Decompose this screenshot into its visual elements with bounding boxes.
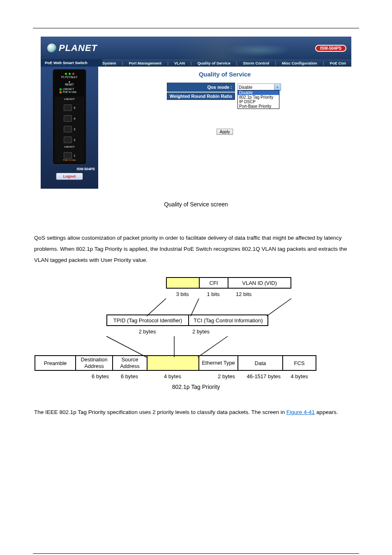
diagram-caption: 802.1p Tag Priority [35, 384, 357, 390]
menu-qos[interactable]: Quality of Service [197, 61, 230, 65]
device-panel: P1 P2 FAULT ●RESET LNK/ACT PoE In-Use LN… [53, 69, 86, 164]
size-sa: 6 bytes [112, 371, 147, 379]
size-12bits: 12 bits [228, 289, 291, 297]
figure-link[interactable]: Figure 4-41 [286, 409, 315, 415]
paragraph-1: QoS settings allow customization of pack… [34, 232, 358, 266]
reset-label: RESET [65, 83, 74, 86]
svg-line-0 [147, 298, 166, 316]
label-qos-mode: Qos mode : [167, 83, 235, 92]
tpid-box: TPID (Tag Protocol Identifier) [106, 314, 188, 326]
chevron-down-icon[interactable]: ▾ [274, 84, 281, 90]
frame-tag [147, 355, 198, 371]
svg-line-4 [198, 336, 228, 357]
menu-bar: PoE Web Smart Switch System| Port Manage… [41, 59, 351, 67]
tci-box: TCI (Tag Control Information) [188, 314, 268, 326]
option-portbase[interactable]: Port-Base Priority [238, 104, 279, 109]
menu-misc-config[interactable]: Misc Configuration [282, 61, 317, 65]
tci-cfi: CFI [199, 277, 228, 289]
size-tag: 4 bytes [147, 371, 198, 379]
size-tpid: 2 bytes [106, 326, 188, 335]
size-da: 6 bytes [75, 371, 112, 379]
svg-line-3 [106, 336, 147, 357]
menu-system[interactable]: System [102, 61, 116, 65]
size-fcs: 4 bytes [282, 371, 316, 379]
option-8021p[interactable]: 802.1p Tag Priority [238, 95, 279, 99]
frame-preamble: Preamble [35, 355, 75, 371]
tci-blank [166, 277, 199, 289]
lnkact-label: LNK/ACT [64, 98, 74, 100]
label-wrr: Weighted Round Robin Ratio [167, 92, 235, 100]
para2-text-a: The IEEE 802.1p Tag Priority specificati… [34, 409, 286, 415]
frame-da: Destination Address [75, 355, 112, 371]
brand-name: PLANET [59, 43, 97, 53]
paragraph-2: The IEEE 802.1p Tag Priority specificati… [34, 407, 358, 418]
figure-caption-1: Quality of Service screen [0, 201, 392, 208]
page-title: Quality of Service [102, 71, 347, 78]
sidebar: P1 P2 FAULT ●RESET LNK/ACT PoE In-Use LN… [41, 67, 98, 189]
menu-vlan[interactable]: VLAN [174, 61, 185, 65]
tag-diagram: CFI VLAN ID (VID) 3 bits 1 bits 12 bits … [35, 277, 357, 390]
svg-line-2 [191, 298, 199, 316]
tci-vid: VLAN ID (VID) [228, 277, 291, 289]
logout-button[interactable]: Logout [56, 173, 83, 180]
menu-port-management[interactable]: Port Management [129, 61, 161, 65]
legend-lnkact: LNK/ACT [63, 88, 74, 90]
frame-data: Data [238, 355, 282, 371]
product-label: PoE Web Smart Switch [41, 59, 102, 67]
sidebar-model: ISW-504PS [42, 167, 95, 171]
size-3bits: 3 bits [166, 289, 199, 297]
brand-logo: PLANET [47, 43, 97, 53]
apply-button[interactable]: Apply [217, 129, 233, 135]
size-tci: 2 bytes [188, 326, 268, 335]
frame-et: Ethernet Type [198, 355, 238, 371]
option-disable[interactable]: Disable [238, 90, 279, 95]
size-et: 2 bytes [198, 371, 238, 379]
option-ipdscp[interactable]: IP DSCP [238, 99, 279, 104]
qos-mode-value: Disable [239, 85, 252, 90]
model-badge: ISW-504PS [315, 45, 346, 52]
legend-poe: PoE In-Use [63, 90, 76, 93]
size-data: 46-1517 bytes [238, 371, 282, 379]
menu-storm-control[interactable]: Storm Control [243, 61, 269, 65]
globe-icon [47, 44, 56, 53]
app-header: PLANET ISW-504PS [41, 37, 351, 59]
qos-mode-dropdown[interactable]: Disable 802.1p Tag Priority IP DSCP Port… [238, 90, 279, 109]
menu-poe[interactable]: PoE Con [330, 61, 346, 65]
frame-fcs: FCS [282, 355, 316, 371]
poeinuse-label: PoE In-Use [63, 159, 76, 161]
size-1bits: 1 bits [199, 289, 228, 297]
app-screenshot: PLANET ISW-504PS PoE Web Smart Switch Sy… [41, 37, 351, 189]
frame-sa: Source Address [112, 355, 147, 371]
p1p2fault-label: P1 P2 FAULT [55, 76, 84, 79]
content-area: Quality of Service Qos mode : Disable ▾ … [98, 67, 351, 189]
svg-line-1 [267, 298, 291, 316]
para2-text-b: appears. [315, 409, 338, 415]
lnkact-label2: LNK/ACT [64, 146, 74, 148]
